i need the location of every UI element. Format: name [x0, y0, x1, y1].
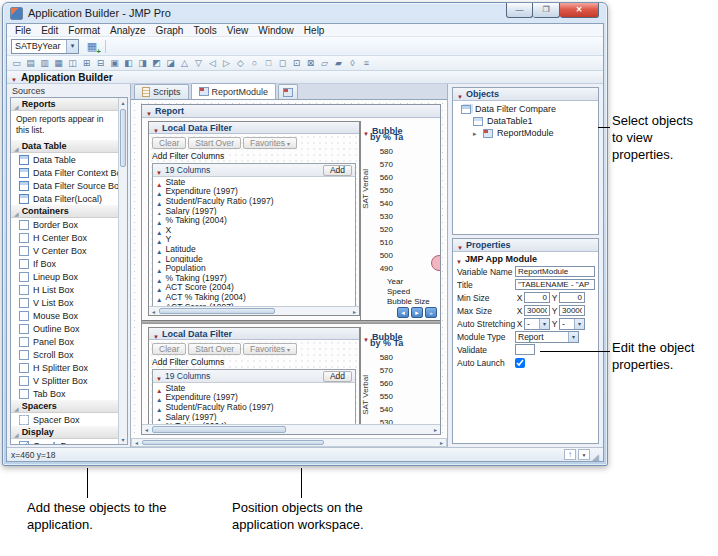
max-size-y-field[interactable] — [559, 305, 585, 316]
column-item[interactable]: Salary (1997) — [153, 206, 355, 216]
disclosure-icon[interactable] — [363, 328, 369, 346]
toolbar-icon[interactable]: ▱ — [318, 57, 331, 70]
source-item[interactable]: Data Table — [11, 153, 118, 166]
clear-button[interactable]: Clear — [152, 137, 186, 149]
source-item[interactable]: Tab Box — [11, 387, 118, 400]
source-item[interactable]: Mouse Box — [11, 309, 118, 322]
columns-header[interactable]: 19 Columns Add — [153, 164, 355, 177]
scrollbar-thumb[interactable] — [159, 308, 275, 314]
resize-grip[interactable] — [592, 446, 599, 464]
scroll-right-icon[interactable] — [431, 425, 440, 434]
start-over-button[interactable]: Start Over — [188, 343, 241, 355]
titlebar[interactable]: Application Builder - JMP Pro — [3, 3, 607, 23]
column-item[interactable]: Expenditure (1997) — [153, 393, 355, 403]
column-item[interactable]: X — [153, 225, 355, 235]
column-item[interactable]: State — [153, 383, 355, 393]
source-item[interactable]: If Box — [11, 257, 118, 270]
source-item[interactable]: Scroll Box — [11, 348, 118, 361]
menu-item[interactable]: Window — [253, 25, 299, 36]
source-item[interactable]: Graph Box — [11, 439, 118, 445]
column-item[interactable]: State — [153, 177, 355, 187]
source-item[interactable]: Panel Box — [11, 335, 118, 348]
toolbar-icon[interactable]: ⊠ — [304, 57, 317, 70]
column-item[interactable]: Student/Faculty Ratio (1997) — [153, 196, 355, 206]
scrollbar-thumb[interactable] — [152, 426, 286, 433]
column-item[interactable]: Salary (1997) — [153, 412, 355, 422]
toolbar-icon[interactable]: ◨ — [136, 57, 149, 70]
report-scrollbar[interactable] — [142, 424, 440, 434]
section-reports[interactable]: Reports — [11, 98, 118, 111]
toolbar-icon[interactable]: ◩ — [150, 57, 163, 70]
column-item[interactable]: Latitude — [153, 244, 355, 254]
close-button[interactable] — [560, 3, 599, 18]
toolbar-icon[interactable]: ⊡ — [290, 57, 303, 70]
playback-button[interactable]: » — [425, 307, 437, 318]
column-item[interactable]: ACT Score (2004) — [153, 283, 355, 293]
validate-field[interactable] — [515, 344, 535, 355]
column-item[interactable]: Population — [153, 263, 355, 273]
source-item[interactable]: Border Box — [11, 218, 118, 231]
toolbar-icon[interactable]: ▦ — [52, 57, 65, 70]
maximize-button[interactable] — [533, 3, 560, 18]
toolbar-icon[interactable]: ○ — [248, 57, 261, 70]
column-item[interactable]: Longitude — [153, 254, 355, 264]
toolbar-icon[interactable]: ⊟ — [94, 57, 107, 70]
toolbar-icon[interactable]: □ — [262, 57, 275, 70]
toolbar-icon[interactable]: ⊞ — [80, 57, 93, 70]
filter-scrollbar[interactable] — [149, 306, 359, 315]
source-item[interactable]: V Center Box — [11, 244, 118, 257]
toolbar-icon[interactable]: ◪ — [164, 57, 177, 70]
source-item[interactable]: H Splitter Box — [11, 361, 118, 374]
property-group-header[interactable]: JMP App Module — [453, 252, 598, 265]
menu-item[interactable]: Format — [63, 25, 105, 36]
source-item[interactable]: V Splitter Box — [11, 374, 118, 387]
clear-button[interactable]: Clear — [152, 343, 186, 355]
playback-button[interactable]: ◄ — [397, 307, 409, 318]
scroll-left-icon[interactable] — [149, 307, 158, 315]
column-item[interactable]: % Taking (2004) — [153, 215, 355, 225]
scroll-left-icon[interactable] — [142, 425, 151, 434]
section-display[interactable]: Display — [11, 426, 118, 439]
filter-header[interactable]: Local Data Filter — [149, 328, 359, 340]
source-item[interactable]: H List Box — [11, 283, 118, 296]
toolbar-icon[interactable]: ▷ — [220, 57, 233, 70]
script-combo[interactable]: SATByYear — [11, 39, 79, 54]
variable-name-field[interactable] — [515, 266, 595, 277]
status-dropdown-button[interactable] — [578, 449, 590, 460]
source-item[interactable]: Outline Box — [11, 322, 118, 335]
min-size-y-field[interactable] — [559, 292, 585, 303]
tree-item-app[interactable]: Data Filter Compare — [453, 103, 598, 115]
auto-launch-checkbox[interactable] — [515, 358, 525, 368]
toolbar-icon[interactable]: ◊ — [346, 57, 359, 70]
menu-item[interactable]: Edit — [36, 25, 63, 36]
source-item[interactable]: V List Box — [11, 296, 118, 309]
sources-scrollbar[interactable] — [118, 98, 127, 444]
bubble-plot-panel-2[interactable]: Bubble by % Ta SAT Verbal 58057056055054… — [360, 327, 440, 424]
column-item[interactable]: Student/Faculty Ratio (1997) — [153, 402, 355, 412]
scroll-right-icon[interactable] — [437, 439, 446, 446]
section-data-table[interactable]: Data Table — [11, 140, 118, 153]
tab-scripts[interactable]: Scripts — [134, 84, 189, 99]
add-button[interactable]: Add — [323, 165, 352, 176]
module-type-select[interactable]: Report — [515, 331, 579, 343]
toolbar-icon[interactable]: △ — [178, 57, 191, 70]
tree-item-reportmodule[interactable]: ReportModule — [453, 127, 598, 139]
report-outline[interactable]: Report Local Data Filter — [141, 104, 441, 435]
toolbar-icon[interactable]: ◻ — [276, 57, 289, 70]
playback-button[interactable]: ► — [411, 307, 423, 318]
section-spacers[interactable]: Spacers — [11, 400, 118, 413]
scrollbar-thumb[interactable] — [142, 440, 324, 445]
section-containers[interactable]: Containers — [11, 205, 118, 218]
toolbar-icon[interactable]: ▥ — [38, 57, 51, 70]
scroll-left-icon[interactable] — [132, 439, 141, 446]
column-item[interactable]: Y — [153, 235, 355, 245]
menu-item[interactable]: View — [222, 25, 254, 36]
start-over-button[interactable]: Start Over — [188, 137, 241, 149]
scroll-up-icon[interactable] — [119, 98, 127, 107]
workspace-scrollbar[interactable] — [131, 438, 447, 447]
stretch-x-select[interactable]: - — [524, 318, 550, 330]
favorites-button[interactable]: Favorites — [243, 343, 297, 355]
tab-reportmodule[interactable]: ReportModule — [191, 83, 277, 99]
expander-icon[interactable] — [473, 128, 479, 138]
source-item[interactable]: H Center Box — [11, 231, 118, 244]
